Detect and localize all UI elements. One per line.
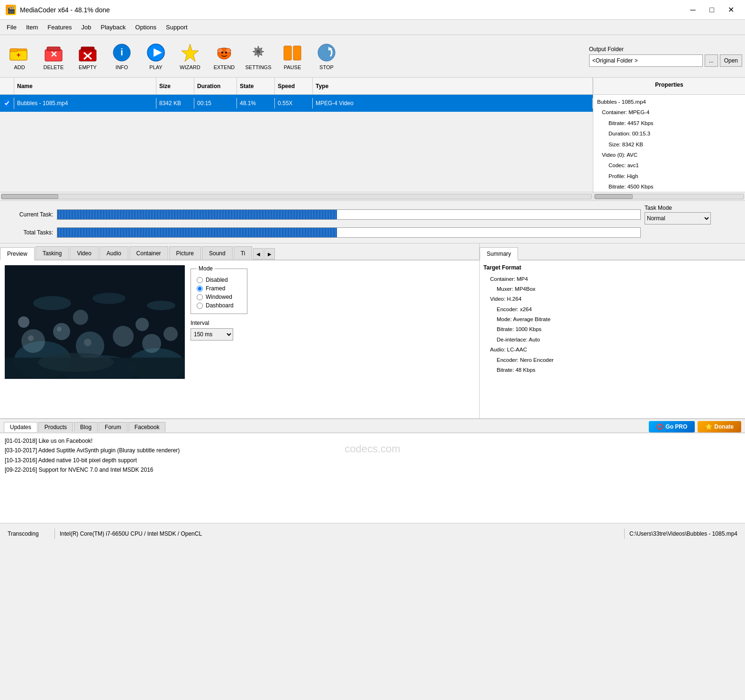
col-speed: Speed <box>275 78 313 94</box>
svg-point-44 <box>84 339 91 346</box>
delete-button[interactable]: ✕ DELETE <box>37 38 70 75</box>
interval-select[interactable]: 50 ms 100 ms 150 ms 200 ms 500 ms <box>191 328 233 341</box>
row-size: 8342 KB <box>156 98 194 108</box>
stop-button[interactable]: STOP <box>310 38 343 75</box>
status-bar: Transcoding Intel(R) Core(TM) i7-6650U C… <box>0 523 745 544</box>
prop-duration: Duration: 00:15.3 <box>595 128 743 139</box>
prop-hscroll-thumb[interactable] <box>595 194 633 199</box>
svg-point-41 <box>147 301 175 310</box>
go-pro-icon: ⭕ <box>656 423 663 430</box>
settings-button[interactable]: SETTINGS <box>242 38 275 75</box>
close-button[interactable]: ✕ <box>722 3 739 17</box>
properties-panel: Properties Bubbles - 1085.mp4 Container:… <box>593 78 745 200</box>
preview-content: Mode Disabled Framed Windowed <box>0 260 479 418</box>
col-state: State <box>237 78 275 94</box>
hscroll-thumb[interactable] <box>1 194 58 199</box>
task-mode-select[interactable]: Normal Auto Manual <box>645 212 711 224</box>
tab-nav-left[interactable]: ◀ <box>253 248 263 260</box>
svg-point-46 <box>38 353 114 372</box>
prop-hscroll[interactable] <box>593 192 745 200</box>
tab-area: Preview Tasking Video Audio Container Pi… <box>0 243 745 419</box>
row-checkbox[interactable] <box>4 99 10 107</box>
mode-framed-radio[interactable] <box>197 286 203 292</box>
empty-label: EMPTY <box>79 64 97 70</box>
tab-summary[interactable]: Summary <box>480 247 518 260</box>
svg-point-19 <box>221 52 223 54</box>
tab-audio[interactable]: Audio <box>100 246 128 260</box>
stop-label: STOP <box>319 64 334 70</box>
mode-framed-text: Framed <box>206 285 225 292</box>
title-bar: 🎬 MediaCoder x64 - 48.1% done ─ □ ✕ <box>0 0 745 20</box>
output-folder-input[interactable] <box>589 54 703 67</box>
mode-framed-label[interactable]: Framed <box>197 285 241 292</box>
menu-playback[interactable]: Playback <box>96 22 131 33</box>
tab-picture[interactable]: Picture <box>169 246 201 260</box>
table-row[interactable]: Bubbles - 1085.mp4 8342 KB 00:15 48.1% 0… <box>0 95 593 112</box>
status-cpu: Intel(R) Core(TM) i7-6650U CPU / Intel M… <box>55 529 625 539</box>
row-state: 48.1% <box>237 98 275 108</box>
bottom-tab-buttons: ⭕ Go PRO ⭐ Donate <box>649 421 741 432</box>
tab-preview[interactable]: Preview <box>0 247 35 260</box>
mode-legend: Mode <box>197 265 215 272</box>
prop-filename: Bubbles - 1085.mp4 <box>595 97 743 107</box>
svg-rect-23 <box>293 46 301 60</box>
pause-label: PAUSE <box>284 64 301 70</box>
donate-button[interactable]: ⭐ Donate <box>698 421 741 432</box>
menu-support[interactable]: Support <box>161 22 192 33</box>
minimize-button[interactable]: ─ <box>684 3 701 17</box>
wizard-button[interactable]: WIZARD <box>173 38 207 75</box>
mode-dashboard-radio[interactable] <box>197 303 203 309</box>
bottom-tab-blog[interactable]: Blog <box>74 422 98 432</box>
mode-dashboard-label[interactable]: Dashboard <box>197 302 241 309</box>
tab-container[interactable]: Container <box>129 246 168 260</box>
play-button[interactable]: PLAY <box>139 38 173 75</box>
output-folder-open-button[interactable]: Open <box>720 54 742 67</box>
mode-windowed-label[interactable]: Windowed <box>197 294 241 300</box>
info-button[interactable]: i INFO <box>105 38 138 75</box>
svg-point-35 <box>164 327 178 341</box>
pause-button[interactable]: PAUSE <box>276 38 309 75</box>
mode-windowed-radio[interactable] <box>197 294 203 300</box>
bottom-tab-products[interactable]: Products <box>38 422 73 432</box>
menu-file[interactable]: File <box>2 22 21 33</box>
col-checkbox <box>0 78 14 94</box>
bottom-tab-forum[interactable]: Forum <box>99 422 127 432</box>
tab-video[interactable]: Video <box>70 246 98 260</box>
file-list-hscroll[interactable] <box>0 192 593 200</box>
menu-features[interactable]: Features <box>43 22 76 33</box>
add-button[interactable]: + ADD <box>3 38 36 75</box>
menu-item[interactable]: Item <box>21 22 43 33</box>
mode-disabled-radio[interactable] <box>197 277 203 283</box>
properties-header: Properties <box>593 78 745 95</box>
svg-point-31 <box>53 323 70 340</box>
prop-profile: Profile: High <box>595 171 743 181</box>
bottom-tab-facebook[interactable]: Facebook <box>128 422 166 432</box>
summary-content: Target Format Container: MP4 Muxer: MP4B… <box>480 260 745 418</box>
go-pro-button[interactable]: ⭕ Go PRO <box>649 421 695 432</box>
menu-options[interactable]: Options <box>130 22 161 33</box>
menu-job[interactable]: Job <box>77 22 96 33</box>
file-list-area: Name Size Duration State Speed Type Bubb… <box>0 78 745 201</box>
mode-disabled-label[interactable]: Disabled <box>197 277 241 283</box>
current-task-row: Current Task: Task Mode Normal Auto Manu… <box>6 205 739 224</box>
mode-windowed-text: Windowed <box>206 294 232 300</box>
sum-video: Video: H.264 <box>483 294 741 304</box>
sum-muxer: Muxer: MP4Box <box>483 284 741 294</box>
maximize-button[interactable]: □ <box>703 3 720 17</box>
extend-button[interactable]: EXTEND <box>208 38 241 75</box>
empty-button[interactable]: EMPTY <box>71 38 104 75</box>
bottom-tab-updates[interactable]: Updates <box>4 422 37 432</box>
total-tasks-fill <box>57 228 337 237</box>
prop-container: Container: MPEG-4 <box>595 107 743 117</box>
status-path: C:\Users\33tre\Videos\Bubbles - 1085.mp4 <box>625 529 742 539</box>
output-folder-dots-button[interactable]: ... <box>705 54 718 67</box>
play-icon <box>145 42 166 63</box>
info-icon: i <box>111 42 132 63</box>
interval-label: Interval <box>191 320 247 326</box>
tab-ti[interactable]: Ti <box>234 246 253 260</box>
bottom-tabs-header: Updates Products Blog Forum Facebook ⭕ G… <box>0 419 745 433</box>
tab-sound[interactable]: Sound <box>202 246 233 260</box>
tab-tasking[interactable]: Tasking <box>36 246 69 260</box>
go-pro-label: Go PRO <box>665 423 687 430</box>
tab-nav-right[interactable]: ▶ <box>264 248 275 260</box>
